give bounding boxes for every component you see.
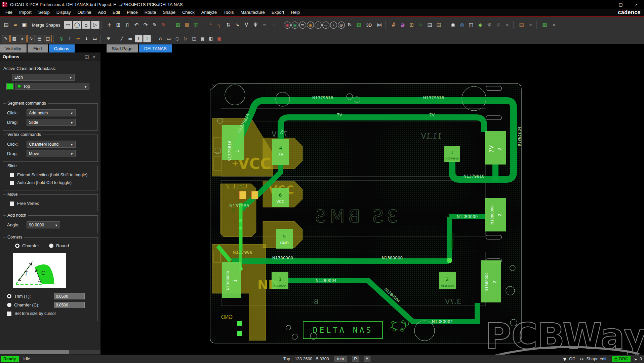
layer-color-swatch[interactable] bbox=[7, 83, 13, 90]
measure-icon[interactable]: ▭ bbox=[91, 35, 99, 42]
add-via-icon[interactable]: ◦ bbox=[270, 21, 278, 29]
menu-setup[interactable]: Setup bbox=[35, 9, 53, 16]
edit-ic-icon[interactable]: ▩ bbox=[10, 35, 18, 42]
align-bottom-icon[interactable]: ↧ bbox=[83, 35, 90, 42]
view-copy-icon[interactable]: ⊞ bbox=[407, 21, 416, 29]
add-text-block-icon[interactable]: T bbox=[143, 35, 151, 42]
overflow-icon-1[interactable]: » bbox=[503, 21, 512, 29]
doc-tab-deltanas[interactable]: DELTANAS bbox=[139, 44, 172, 52]
color-wheel-icon[interactable]: ◕ bbox=[398, 21, 407, 29]
add-line-icon[interactable]: ╱ bbox=[118, 35, 126, 42]
highlight-on-icon[interactable]: ☼ bbox=[485, 21, 493, 29]
shape-void-icon[interactable]: ◙ bbox=[199, 35, 206, 42]
select-cursor-icon[interactable]: ▸ bbox=[19, 35, 27, 42]
trim-input[interactable] bbox=[54, 293, 85, 299]
overflow-icon-2[interactable]: » bbox=[526, 21, 535, 29]
palette-icon[interactable]: ◆ bbox=[476, 21, 484, 29]
db-doc-icon[interactable]: ▤ bbox=[517, 21, 526, 29]
view-cube-icon[interactable]: ◫ bbox=[467, 21, 475, 29]
report-icon[interactable]: ▤ bbox=[426, 21, 434, 29]
edit-padstack-icon[interactable]: ✎ bbox=[2, 35, 10, 42]
route-connect-icon[interactable]: ┐ bbox=[215, 21, 224, 29]
panel-close-icon[interactable]: × bbox=[90, 54, 98, 59]
chamfer-input[interactable] bbox=[54, 302, 85, 308]
vertex-drag-dropdown[interactable]: Move bbox=[27, 150, 76, 157]
align-drop-icon[interactable]: ⊤ bbox=[66, 35, 74, 42]
route-swap-icon[interactable]: ⇅ bbox=[224, 21, 233, 29]
chamfer-size-radio[interactable] bbox=[7, 303, 11, 307]
menu-file[interactable]: File bbox=[2, 9, 16, 16]
round-radio[interactable] bbox=[49, 244, 53, 248]
shape-delete-icon[interactable]: ▣ bbox=[215, 35, 223, 42]
pcb-canvas[interactable]: VCC VCC CELL 2 ND GND 7.4V 11.1V 3.7V B-… bbox=[101, 52, 644, 355]
panel-hscrollbar-thumb[interactable] bbox=[0, 350, 69, 354]
tab-options[interactable]: Options bbox=[49, 44, 75, 52]
minimize-button[interactable]: – bbox=[598, 0, 613, 9]
shape-circle2-icon[interactable]: ○ bbox=[173, 35, 181, 42]
shape-rect-icon[interactable]: ▭ bbox=[64, 21, 72, 29]
menu-place[interactable]: Place bbox=[123, 9, 141, 16]
shape-rect2-icon[interactable]: ▭ bbox=[165, 35, 173, 42]
zoom-selection-icon[interactable]: ◎ bbox=[57, 35, 65, 42]
menu-outline[interactable]: Outline bbox=[74, 9, 94, 16]
menu-edit[interactable]: Edit bbox=[109, 9, 123, 16]
route-spread-icon[interactable]: ≡ bbox=[260, 21, 269, 29]
trim-radio[interactable] bbox=[7, 294, 11, 298]
tab-find[interactable]: Find bbox=[28, 44, 48, 52]
shape-home-icon[interactable]: ⌂ bbox=[157, 35, 164, 42]
flip-design-icon[interactable]: ⋈ bbox=[375, 21, 384, 29]
refresh-icon[interactable]: ↻ bbox=[346, 21, 354, 29]
signal-wave-icon[interactable]: ∿ bbox=[27, 35, 35, 42]
zoom-fit-icon[interactable]: ⊕ bbox=[338, 22, 345, 29]
chamfer-radio[interactable] bbox=[15, 244, 19, 248]
menu-tools[interactable]: Tools bbox=[220, 9, 237, 16]
save-icon[interactable]: ▣ bbox=[20, 21, 29, 29]
add-text-icon[interactable]: T bbox=[135, 35, 143, 42]
shape-circle-icon[interactable]: ◯ bbox=[73, 21, 81, 29]
stretch-icon[interactable]: ↔ bbox=[74, 35, 82, 42]
maximize-button[interactable]: ▢ bbox=[613, 0, 629, 9]
menu-route[interactable]: Route bbox=[141, 9, 160, 16]
shape-pick-icon[interactable]: ▷ bbox=[91, 21, 99, 29]
class-dropdown[interactable]: Etch bbox=[12, 74, 75, 81]
angle-dropdown[interactable]: 90.0000 bbox=[27, 221, 60, 228]
panel-minimize-icon[interactable]: – bbox=[76, 54, 83, 59]
shape-merge-icon[interactable]: ◫ bbox=[190, 35, 198, 42]
undo-icon[interactable]: ↶ bbox=[132, 21, 141, 29]
menu-help[interactable]: Help bbox=[287, 9, 303, 16]
route-fanout-icon[interactable]: Ψ bbox=[251, 21, 260, 29]
menu-add[interactable]: Add bbox=[95, 9, 109, 16]
redo-icon[interactable]: ↷ bbox=[142, 21, 150, 29]
menu-analyze[interactable]: Analyze bbox=[198, 9, 220, 16]
unfix-icon[interactable]: ✎ bbox=[160, 21, 168, 29]
doc-tab-start-page[interactable]: Start Page bbox=[107, 44, 138, 52]
panel-restore-icon[interactable]: ◱ bbox=[83, 54, 90, 59]
free-vertex-checkbox[interactable] bbox=[10, 202, 14, 206]
units-button[interactable]: mm bbox=[334, 356, 348, 362]
drc-badge[interactable]: ⚠ DRC bbox=[612, 356, 631, 362]
visibility-eye-icon[interactable]: ◉ bbox=[449, 21, 457, 29]
layers-icon[interactable]: ≋ bbox=[416, 21, 425, 29]
place-ic-icon[interactable]: ▩ bbox=[183, 21, 191, 29]
route-slide-icon[interactable]: └ bbox=[206, 21, 214, 29]
filter-icon[interactable]: ▼ bbox=[563, 357, 566, 362]
vertex-click-dropdown[interactable]: Chamfer/Round bbox=[27, 141, 76, 148]
open-folder-icon[interactable]: ▰ bbox=[11, 21, 19, 29]
extend-selection-checkbox[interactable] bbox=[10, 173, 14, 177]
doc-settings-icon[interactable]: ▤ bbox=[435, 21, 443, 29]
fix-icon[interactable]: ✎ bbox=[151, 21, 159, 29]
route-ratline-icon[interactable]: ∿ bbox=[233, 21, 242, 29]
delete-icon[interactable]: ▯ bbox=[123, 21, 132, 29]
segment-drag-dropdown[interactable]: Slide bbox=[27, 119, 76, 126]
copy-icon[interactable]: ⊞ bbox=[114, 21, 123, 29]
zoom-in-icon[interactable]: + bbox=[315, 22, 322, 29]
constraint-manager-icon[interactable]: ◉ bbox=[291, 22, 298, 29]
place-connector-icon[interactable]: ▥ bbox=[192, 21, 200, 29]
close-button[interactable]: × bbox=[629, 0, 644, 9]
menu-export[interactable]: Export bbox=[268, 9, 288, 16]
trim-by-cursor-checkbox[interactable] bbox=[7, 312, 11, 316]
add-rect-icon[interactable]: ▬ bbox=[126, 35, 134, 42]
shape-pick2-icon[interactable]: ▷ bbox=[182, 35, 190, 42]
drc-browser-icon[interactable]: ◉ bbox=[284, 22, 291, 29]
place-component-icon[interactable]: ▦ bbox=[174, 21, 182, 29]
